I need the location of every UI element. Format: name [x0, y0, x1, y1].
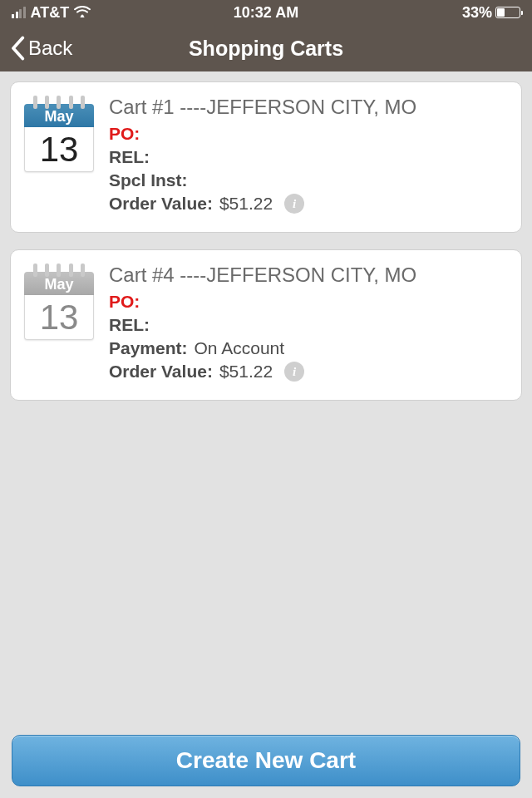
- rel-label: REL:: [109, 315, 150, 335]
- cart-card[interactable]: May 13 Cart #1 ----JEFFERSON CITY, MO PO…: [10, 81, 522, 233]
- status-right: 33%: [351, 4, 520, 22]
- signal-icon: [12, 7, 26, 18]
- cart-title: Cart #1 ----JEFFERSON CITY, MO: [109, 96, 508, 119]
- calendar-day: 13: [24, 295, 94, 340]
- status-left: AT&T: [12, 4, 181, 22]
- battery-icon: [495, 7, 520, 18]
- extra-value: On Account: [195, 338, 285, 358]
- chevron-left-icon: [8, 36, 27, 61]
- battery-percent: 33%: [462, 4, 492, 22]
- calendar-icon: May 13: [24, 96, 94, 217]
- svg-point-0: [81, 14, 84, 17]
- cart-title: Cart #4 ----JEFFERSON CITY, MO: [109, 264, 508, 287]
- cart-card[interactable]: May 13 Cart #4 ----JEFFERSON CITY, MO PO…: [10, 249, 522, 401]
- create-new-cart-button[interactable]: Create New Cart: [12, 735, 520, 786]
- order-value: $51.22: [219, 362, 273, 382]
- order-value-label: Order Value:: [109, 362, 213, 382]
- order-value: $51.22: [219, 194, 273, 214]
- status-bar: AT&T 10:32 AM 33%: [0, 0, 532, 25]
- po-label: PO:: [109, 292, 140, 312]
- back-button[interactable]: Back: [0, 36, 72, 61]
- back-label: Back: [28, 37, 72, 60]
- info-icon[interactable]: [284, 362, 304, 382]
- extra-label: Payment:: [109, 338, 188, 358]
- calendar-day: 13: [24, 127, 94, 172]
- cart-details: Cart #1 ----JEFFERSON CITY, MO PO: REL: …: [109, 96, 508, 217]
- carrier-label: AT&T: [31, 4, 70, 22]
- calendar-icon: May 13: [24, 264, 94, 385]
- po-label: PO:: [109, 124, 140, 144]
- content-area: May 13 Cart #1 ----JEFFERSON CITY, MO PO…: [0, 71, 532, 401]
- order-value-label: Order Value:: [109, 194, 213, 214]
- cart-details: Cart #4 ----JEFFERSON CITY, MO PO: REL: …: [109, 264, 508, 385]
- rel-label: REL:: [109, 147, 150, 167]
- nav-bar: Back Shopping Carts: [0, 25, 532, 71]
- status-time: 10:32 AM: [181, 4, 351, 22]
- page-title: Shopping Carts: [0, 37, 532, 61]
- info-icon[interactable]: [284, 194, 304, 214]
- bottom-bar: Create New Cart: [0, 723, 532, 798]
- extra-label: Spcl Inst:: [109, 170, 188, 190]
- wifi-icon: [74, 4, 91, 22]
